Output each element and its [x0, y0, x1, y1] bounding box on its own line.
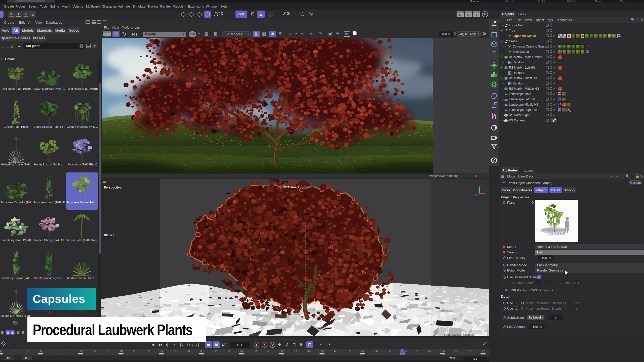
svg-text:(Acer palmatum): (Acer palmatum) [547, 232, 566, 235]
svg-text:X: X [485, 190, 487, 193]
svg-text:T: T [492, 50, 496, 57]
svg-text:Z: Z [475, 194, 476, 196]
svg-text:Japanese Maple: Japanese Maple [547, 229, 566, 232]
svg-text:Y: Y [479, 185, 480, 187]
